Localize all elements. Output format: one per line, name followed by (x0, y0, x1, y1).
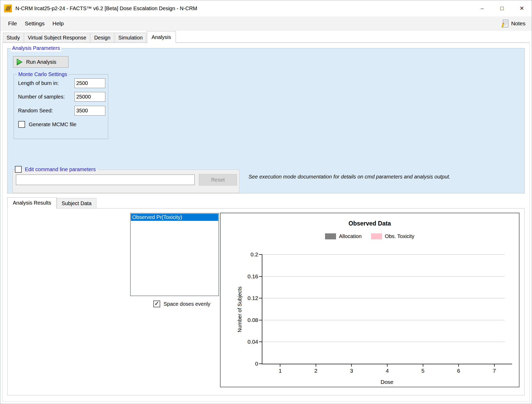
gridline-y-0.04 (262, 342, 505, 342)
x-tick-mark-2 (316, 364, 316, 367)
burn-in-input[interactable] (74, 78, 105, 88)
gridline-y-0.12 (262, 298, 505, 298)
x-tick-label-7: 7 (476, 368, 512, 374)
space-doses-label: Space doses evenly (164, 301, 210, 307)
chart-title: Observed Data (221, 220, 519, 227)
notes-button[interactable]: Notes (501, 19, 525, 28)
cmd-parameters-input[interactable] (16, 175, 195, 185)
maximize-button[interactable]: □ (492, 0, 512, 16)
chart-plot-area: 00.040.080.120.160.2 1234567 (262, 255, 512, 364)
menu-items: FileSettingsHelp (7, 16, 68, 30)
x-tick-mark-1 (280, 364, 280, 367)
tab-analysis[interactable]: Analysis (147, 31, 176, 43)
close-button[interactable]: ✕ (512, 0, 532, 16)
legend-item-allocation: Allocation (325, 233, 362, 239)
analysis-parameters-title: Analysis Parameters (11, 45, 61, 51)
x-tick-mark-3 (351, 364, 352, 367)
space-doses-row: Space doses evenly (153, 301, 210, 307)
y-tick-label-0.16: 0.16 (247, 273, 258, 280)
legend-swatch-obs-toxicity (371, 233, 382, 239)
window-controls: – □ ✕ (472, 0, 532, 16)
monte-carlo-settings-group: Monte Carlo Settings Length of burn in: … (14, 74, 108, 139)
y-tick-mark-0 (259, 363, 262, 364)
tab-virtual-subject-response[interactable]: Virtual Subject Response (24, 33, 90, 43)
y-tick-label-0.08: 0.08 (247, 317, 258, 323)
x-tick-label-6: 6 (441, 368, 477, 374)
x-tick-labels: 1234567 (262, 368, 512, 374)
x-tick-label-2: 2 (298, 368, 334, 374)
menu-bar: FileSettingsHelp Notes (0, 16, 532, 31)
y-tick-label-0: 0 (255, 361, 258, 367)
y-tick-label-0.12: 0.12 (247, 295, 258, 301)
tab-study[interactable]: Study (3, 33, 24, 43)
y-tick-label-0.2: 0.2 (251, 251, 258, 258)
gridline-y-0.2 (262, 254, 505, 255)
x-tick-mark-6 (458, 364, 459, 367)
x-tick-mark-7 (494, 364, 495, 367)
x-tick-mark-4 (387, 364, 388, 367)
edit-cmd-checkbox[interactable] (15, 166, 22, 173)
y-tick-mark-0.08 (259, 320, 262, 320)
generate-mcmc-row: Generate MCMC file (18, 121, 76, 128)
gridline-y-0.08 (262, 320, 505, 320)
random-seed-label: Random Seed: (18, 108, 53, 114)
tab-simulation[interactable]: Simulation (115, 33, 146, 43)
chart-legend: AllocationObs. Toxicity (221, 233, 519, 239)
cmd-parameters-header: Edit command line parameters (15, 166, 98, 173)
y-axis-title: Number of Subjects (237, 286, 243, 332)
main-tab-strip: StudyVirtual Subject ResponseDesignSimul… (0, 31, 532, 43)
title-bar: N-CRM lrcat25-p2-24 - FACTS™ v6.2 [Beta]… (0, 0, 532, 16)
cmd-documentation-note: See execution mode documentation for det… (248, 174, 450, 180)
random-seed-input[interactable] (74, 106, 105, 116)
results-tab-strip: Analysis ResultsSubject Data (7, 197, 525, 208)
num-samples-input[interactable] (74, 92, 105, 102)
play-icon (16, 59, 23, 66)
results-listbox[interactable]: Observed Pr(Toxicity) (130, 213, 219, 296)
legend-item-obs-toxicity: Obs. Toxicity (371, 233, 414, 239)
notes-label: Notes (511, 20, 525, 27)
cmd-parameters-group: Edit command line parameters Reset (13, 170, 239, 193)
observed-data-chart: Observed Data AllocationObs. Toxicity 00… (220, 213, 519, 387)
x-tick-label-1: 1 (262, 368, 298, 374)
analysis-parameters-group: Analysis Parameters Run Analysis Monte C… (7, 48, 525, 193)
chart-bars (262, 255, 512, 364)
y-tick-label-0.04: 0.04 (247, 339, 258, 345)
burn-in-label: Length of burn in: (18, 80, 59, 86)
run-analysis-button[interactable]: Run Analysis (13, 56, 68, 68)
results-panel: Observed Pr(Toxicity) Space doses evenly… (7, 208, 525, 395)
notes-notepad-icon (501, 19, 509, 28)
x-tick-label-3: 3 (334, 368, 369, 374)
legend-swatch-allocation (325, 233, 336, 239)
list-item-observed-pr-toxicity[interactable]: Observed Pr(Toxicity) (131, 214, 218, 221)
legend-label-obs-toxicity: Obs. Toxicity (385, 233, 414, 239)
space-doses-checkbox[interactable] (153, 301, 160, 307)
menu-settings[interactable]: Settings (21, 16, 49, 30)
menu-help[interactable]: Help (49, 16, 68, 30)
gridline-y-0.16 (262, 276, 505, 277)
app-logo-icon (4, 4, 12, 12)
window-title: N-CRM lrcat25-p2-24 - FACTS™ v6.2 [Beta]… (15, 5, 197, 11)
y-tick-mark-0.2 (259, 254, 262, 255)
generate-mcmc-checkbox[interactable] (18, 121, 25, 128)
minimize-button[interactable]: – (472, 0, 492, 16)
x-tick-label-4: 4 (369, 368, 405, 374)
y-tick-mark-0.16 (259, 276, 262, 277)
x-axis-title: Dose (262, 379, 512, 385)
run-analysis-label: Run Analysis (26, 59, 56, 65)
legend-label-allocation: Allocation (339, 233, 362, 239)
menu-file[interactable]: File (7, 16, 21, 30)
app-window: N-CRM lrcat25-p2-24 - FACTS™ v6.2 [Beta]… (0, 0, 532, 404)
analysis-tab-page: Analysis Parameters Run Analysis Monte C… (2, 43, 530, 402)
x-tick-mark-5 (423, 364, 423, 367)
y-tick-labels: 00.040.080.120.160.2 (240, 255, 258, 364)
y-tick-mark-0.04 (259, 342, 262, 342)
results-tab-analysis-results[interactable]: Analysis Results (7, 197, 57, 209)
x-tick-label-5: 5 (405, 368, 441, 374)
tab-design[interactable]: Design (90, 33, 114, 43)
reset-button[interactable]: Reset (199, 174, 237, 186)
generate-mcmc-label: Generate MCMC file (29, 122, 76, 128)
y-tick-mark-0.12 (259, 298, 262, 298)
results-tab-subject-data[interactable]: Subject Data (57, 198, 97, 208)
num-samples-label: Number of samples: (18, 94, 65, 100)
monte-carlo-settings-title: Monte Carlo Settings (17, 71, 68, 78)
